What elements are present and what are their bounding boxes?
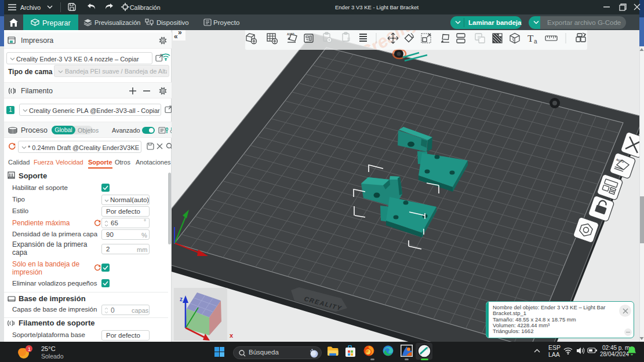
svg-text:z: z [180, 296, 183, 302]
svg-text:a: a [534, 38, 537, 45]
svg-text:1: 1 [28, 346, 31, 352]
svg-text:T: T [527, 33, 534, 44]
svg-text:AUTO: AUTO [287, 33, 294, 36]
